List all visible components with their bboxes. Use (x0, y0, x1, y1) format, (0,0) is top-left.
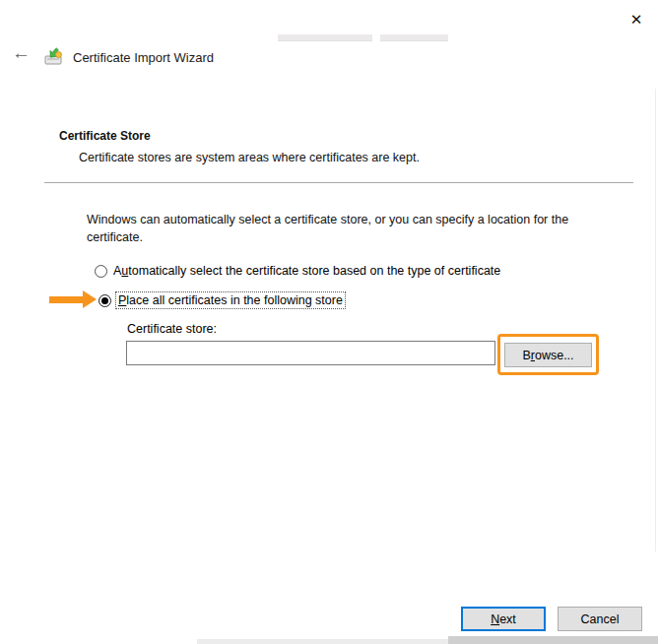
back-arrow-icon: ← (12, 42, 31, 63)
faint-redaction-bar (278, 34, 372, 41)
radio-place-all-certificates[interactable] (99, 294, 111, 307)
annotation-arrow-shaft (49, 296, 83, 303)
radio-automatic-select[interactable] (95, 265, 107, 278)
section-heading: Certificate Store (59, 129, 151, 143)
close-icon: ✕ (630, 11, 643, 29)
certificate-store-label: Certificate store: (127, 322, 217, 336)
cancel-button[interactable]: Cancel (558, 607, 642, 631)
back-button[interactable]: ← (12, 43, 31, 63)
bottom-edge-artifact (197, 639, 451, 644)
certificate-wizard-icon (43, 46, 65, 66)
certificate-import-wizard-dialog: { "window": { "close_icon": "✕" }, "head… (0, 0, 658, 644)
close-button[interactable]: ✕ (625, 8, 648, 32)
page-title: Certificate Import Wizard (73, 50, 214, 65)
browse-button[interactable]: Browse... (504, 343, 592, 367)
intro-text: Windows can automatically select a certi… (87, 211, 605, 246)
faint-redaction-bar (380, 34, 448, 41)
annotation-arrow-icon (83, 290, 97, 308)
bottom-edge-artifact (448, 636, 658, 644)
radio-automatic-select-label[interactable]: Automatically select the certificate sto… (113, 264, 500, 278)
divider-line (44, 182, 633, 183)
next-button[interactable]: Next (461, 607, 546, 631)
certificate-store-input[interactable] (126, 341, 495, 365)
right-edge-artifact (655, 89, 656, 551)
section-description: Certificate stores are system areas wher… (79, 151, 420, 164)
radio-place-all-certificates-label[interactable]: Place all certificates in the following … (115, 291, 346, 309)
